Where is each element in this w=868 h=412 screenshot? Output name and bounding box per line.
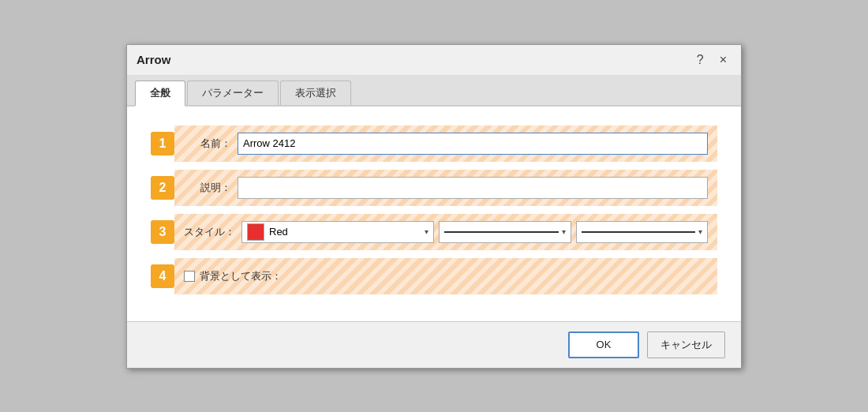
footer: OK キャンセル [127, 321, 741, 368]
color-name: Red [269, 226, 425, 238]
label-description: 説明： [184, 181, 231, 195]
label-name: 名前： [184, 137, 231, 151]
line-preview-2 [582, 231, 695, 233]
checkbox-row: 背景として表示： [184, 269, 282, 283]
row-style: 3 スタイル： Red ▾ ▾ [151, 214, 717, 250]
title-buttons: ? × [692, 51, 731, 69]
help-button[interactable]: ? [692, 51, 709, 69]
row-name: 1 名前： [151, 125, 717, 162]
color-swatch [247, 223, 264, 241]
tab-general[interactable]: 全般 [135, 81, 185, 107]
field-area-description: 説明： [174, 170, 717, 206]
cancel-button[interactable]: キャンセル [647, 331, 725, 358]
badge-4: 4 [151, 264, 174, 288]
badge-3: 3 [151, 220, 174, 244]
row-background: 4 背景として表示： [151, 258, 717, 294]
line-dropdown-1-chevron: ▾ [562, 227, 566, 236]
badge-2: 2 [151, 176, 174, 200]
arrow-dialog: Arrow ? × 全般 パラメーター 表示選択 1 名前： 2 説明： [126, 44, 742, 369]
row-description: 2 説明： [151, 170, 717, 206]
title-bar: Arrow ? × [127, 45, 741, 76]
close-button[interactable]: × [715, 51, 731, 69]
line-style-dropdown-2[interactable]: ▾ [576, 221, 708, 243]
tab-parameters[interactable]: パラメーター [187, 81, 279, 105]
badge-1: 1 [151, 132, 174, 155]
color-dropdown[interactable]: Red ▾ [241, 221, 434, 243]
style-controls: Red ▾ ▾ ▾ [241, 221, 708, 243]
background-label: 背景として表示： [200, 269, 282, 283]
field-area-background: 背景として表示： [174, 258, 717, 294]
dialog-title: Arrow [137, 53, 170, 66]
background-checkbox[interactable] [184, 271, 195, 282]
line-preview-1 [444, 231, 558, 233]
ok-button[interactable]: OK [568, 331, 639, 358]
input-name[interactable] [238, 133, 708, 155]
field-area-name: 名前： [174, 125, 717, 162]
field-area-style: スタイル： Red ▾ ▾ ▾ [174, 214, 717, 250]
input-description[interactable] [238, 177, 708, 199]
content-area: 1 名前： 2 説明： 3 スタイル： Red [127, 107, 741, 321]
line-style-dropdown-1[interactable]: ▾ [439, 221, 571, 243]
tabs: 全般 パラメーター 表示選択 [127, 76, 741, 107]
label-style: スタイル： [184, 225, 235, 239]
color-dropdown-chevron: ▾ [425, 227, 428, 236]
tab-display[interactable]: 表示選択 [280, 81, 351, 105]
line-dropdown-2-chevron: ▾ [698, 227, 702, 236]
